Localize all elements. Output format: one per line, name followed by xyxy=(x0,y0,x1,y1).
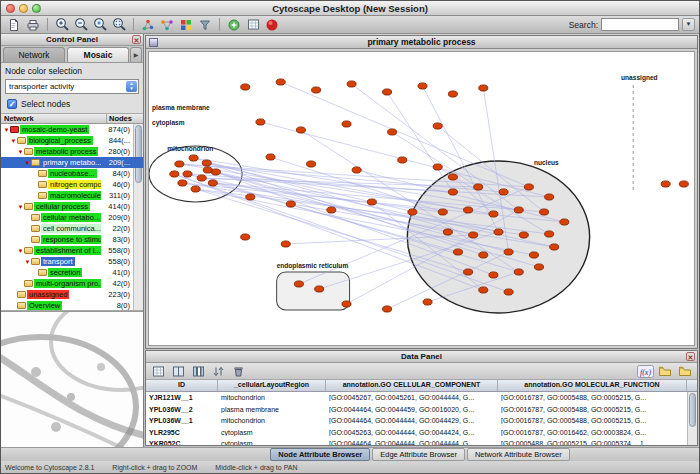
network-node[interactable] xyxy=(266,154,275,160)
attribute-panes-icon[interactable] xyxy=(169,363,187,379)
formula-builder-icon[interactable]: f(x) xyxy=(636,363,654,379)
network-edge[interactable] xyxy=(387,92,453,192)
network-node[interactable] xyxy=(241,84,250,90)
network-node[interactable] xyxy=(489,211,498,217)
titlebar[interactable]: Cytoscape Desktop (New Session) xyxy=(1,1,699,16)
network-node[interactable] xyxy=(464,207,473,213)
network-canvas[interactable]: plasma membranecytoplasmmitochondrionnuc… xyxy=(148,51,695,346)
expand-arrow-icon[interactable]: ▼ xyxy=(24,160,31,166)
zoom-fit-icon[interactable] xyxy=(110,17,128,33)
network-node[interactable] xyxy=(433,164,442,170)
tree-row[interactable]: nitrogen compo...46(0) xyxy=(1,179,143,190)
network-node[interactable] xyxy=(545,231,554,237)
network-node[interactable] xyxy=(529,252,538,258)
network-node[interactable] xyxy=(448,174,457,180)
network-overlay-icon[interactable] xyxy=(158,17,176,33)
network-node[interactable] xyxy=(276,79,285,85)
node-color-select[interactable]: transporter activity ▲▼ xyxy=(5,79,139,94)
tree-row[interactable]: ▼transport558(0) xyxy=(1,256,143,267)
network-node[interactable] xyxy=(281,241,290,247)
network-node[interactable] xyxy=(443,229,452,235)
column-header[interactable]: annotation.GO MOLECULAR_FUNCTION xyxy=(498,380,687,391)
network-node[interactable] xyxy=(296,127,305,133)
column-header[interactable]: _cellularLayoutRegion xyxy=(218,380,326,391)
network-node[interactable] xyxy=(469,232,478,238)
network-node[interactable] xyxy=(203,167,212,173)
data-panel-close-icon[interactable]: ✕ xyxy=(686,352,695,361)
table-scrollbar[interactable] xyxy=(687,392,697,445)
table-row[interactable]: YPL036W__2plasma membrane[GO:0044464, GO… xyxy=(146,404,697,416)
network-node[interactable] xyxy=(550,244,559,250)
network-node[interactable] xyxy=(347,81,356,87)
tree-row[interactable]: multi-organism pro...42(0) xyxy=(1,278,143,289)
attribute-grid-icon[interactable] xyxy=(244,17,262,33)
filter-icon[interactable] xyxy=(196,17,214,33)
network-node[interactable] xyxy=(679,181,688,187)
expand-arrow-icon[interactable]: ▼ xyxy=(10,138,17,144)
network-node[interactable] xyxy=(208,180,217,186)
network-node[interactable] xyxy=(499,189,508,195)
tree-row[interactable]: nucleobase...84(0) xyxy=(1,168,143,179)
network-node[interactable] xyxy=(479,85,488,91)
network-node[interactable] xyxy=(519,232,528,238)
tree-row[interactable]: ▼biological_process844(... xyxy=(1,135,143,146)
network-node[interactable] xyxy=(438,209,447,215)
vizmapper-icon[interactable] xyxy=(177,17,195,33)
network-node[interactable] xyxy=(514,269,523,275)
select-nodes-checkbox[interactable]: ✓ xyxy=(7,99,17,109)
table-row[interactable]: YJR121W__1mitochondrion[GO:0045267, GO:0… xyxy=(146,392,697,404)
column-header[interactable]: annotation.GO CELLULAR_COMPONENT xyxy=(326,380,498,391)
tree-row[interactable]: Overview8(0) xyxy=(1,300,143,311)
network-node[interactable] xyxy=(448,91,457,97)
control-panel-close-icon[interactable]: ✕ xyxy=(132,35,141,44)
network-node[interactable] xyxy=(170,171,179,177)
network-edge[interactable] xyxy=(207,163,468,210)
tree-row[interactable]: ▼metabolic process280(0) xyxy=(1,146,143,157)
close-button[interactable] xyxy=(6,4,15,13)
print-icon[interactable] xyxy=(24,17,42,33)
network-node[interactable] xyxy=(382,306,391,312)
tree-row[interactable]: ▼cellular process414(0) xyxy=(1,201,143,212)
tree-row[interactable]: cell communica...22(0) xyxy=(1,223,143,234)
network-node[interactable] xyxy=(352,167,361,173)
expand-arrow-icon[interactable]: ▼ xyxy=(17,204,24,210)
tree-row[interactable]: macromolecule...311(0) xyxy=(1,190,143,201)
network-node[interactable] xyxy=(545,194,554,200)
search-dropdown-icon[interactable]: ▼ xyxy=(682,18,695,31)
network-node[interactable] xyxy=(183,171,192,177)
network-node[interactable] xyxy=(256,119,265,125)
tab-network[interactable]: Network xyxy=(3,47,65,62)
network-node[interactable] xyxy=(398,157,407,163)
tree-row[interactable]: unassigned223(0) xyxy=(1,289,143,300)
tab-edge-attribute-browser[interactable]: Edge Attribute Browser xyxy=(372,448,465,461)
zoom-in-icon[interactable] xyxy=(53,17,71,33)
tab-node-attribute-browser[interactable]: Node Attribute Browser xyxy=(270,448,370,461)
tree-header-network[interactable]: Network xyxy=(1,114,107,123)
network-node[interactable] xyxy=(504,289,513,295)
tree-row[interactable]: secretion41(0) xyxy=(1,267,143,278)
maximize-button[interactable] xyxy=(32,4,41,13)
network-node[interactable] xyxy=(327,207,336,213)
network-node[interactable] xyxy=(540,209,549,215)
tree-row[interactable]: cellular metabo...209(0) xyxy=(1,212,143,223)
network-annotation-icon[interactable] xyxy=(139,17,157,33)
table-row[interactable]: YLR295Ccytoplasm[GO:0045263, GO:0044444,… xyxy=(146,427,697,439)
help-icon[interactable] xyxy=(263,17,281,33)
open-attributes-icon[interactable] xyxy=(676,363,694,379)
network-node[interactable] xyxy=(241,234,250,240)
tab-mosaic[interactable]: Mosaic xyxy=(67,47,129,62)
table-row[interactable]: YPL036W__1mitochondrion[GO:0044464, GO:0… xyxy=(146,415,697,427)
minimize-button[interactable] xyxy=(19,4,28,13)
network-node[interactable] xyxy=(464,269,473,275)
network-node[interactable] xyxy=(202,160,211,166)
network-node[interactable] xyxy=(342,301,351,307)
network-node[interactable] xyxy=(514,207,523,213)
network-node[interactable] xyxy=(433,123,442,129)
import-attributes-icon[interactable] xyxy=(656,363,674,379)
tree-row[interactable]: response to stimul...83(0) xyxy=(1,234,143,245)
network-node[interactable] xyxy=(560,219,569,225)
network-node[interactable] xyxy=(246,194,255,200)
network-node[interactable] xyxy=(423,299,432,305)
search-input[interactable] xyxy=(601,18,679,31)
network-node[interactable] xyxy=(479,252,488,258)
